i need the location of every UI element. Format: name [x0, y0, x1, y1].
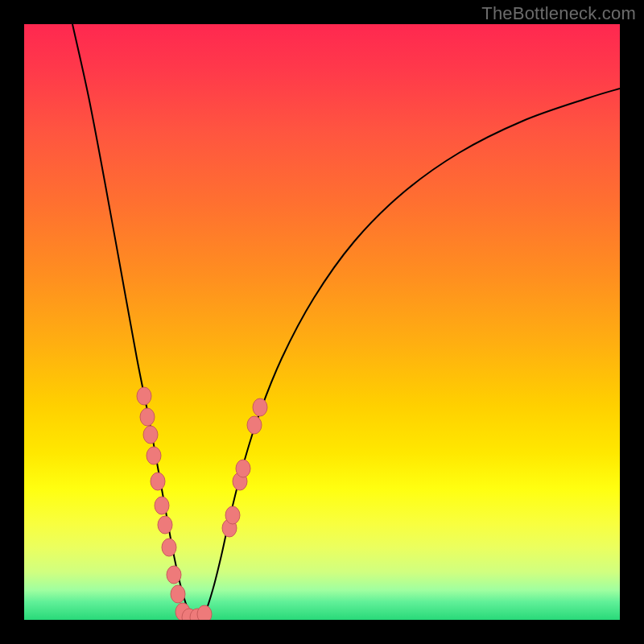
marker-dot — [158, 516, 172, 534]
bottleneck-curve — [72, 24, 620, 618]
marker-group — [137, 387, 267, 620]
marker-dot — [167, 566, 181, 584]
marker-dot — [162, 539, 176, 556]
marker-dot — [247, 416, 262, 434]
marker-dot — [236, 460, 250, 477]
marker-dot — [143, 426, 158, 444]
marker-dot — [140, 408, 155, 426]
plot-area — [24, 24, 620, 620]
marker-dot — [225, 506, 240, 524]
watermark-text: TheBottleneck.com — [481, 3, 636, 24]
marker-dot — [171, 585, 185, 603]
marker-dot — [151, 473, 165, 490]
curve-svg — [24, 24, 620, 620]
marker-dot — [197, 605, 212, 620]
figure-root: TheBottleneck.com — [0, 0, 644, 644]
marker-dot — [155, 497, 169, 514]
marker-dot — [147, 447, 161, 464]
curve-group — [72, 24, 620, 618]
marker-dot — [253, 398, 267, 416]
marker-dot — [137, 387, 151, 405]
